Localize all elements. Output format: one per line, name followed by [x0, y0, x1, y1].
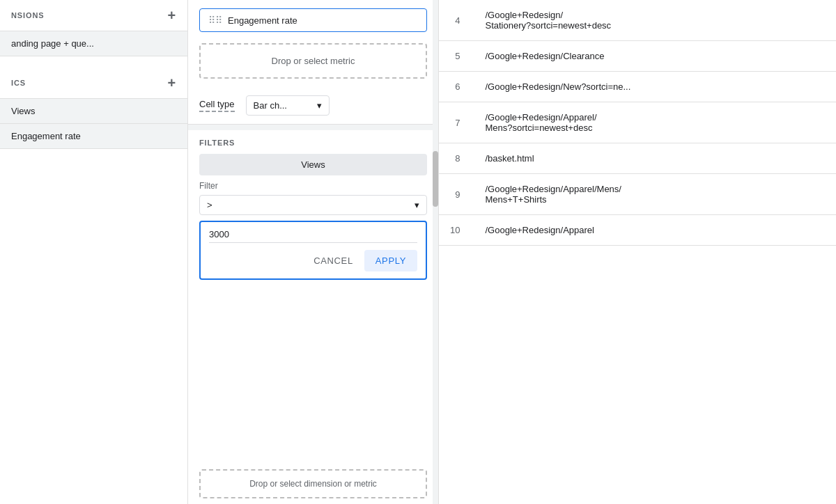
url-cell[interactable]: /Google+Redesign/Apparel/ Mens?sortci=ne…	[474, 102, 836, 143]
metrics-label: ICS	[11, 79, 26, 87]
section-divider	[188, 125, 438, 130]
row-number: 7	[439, 102, 474, 143]
filter-label: Filter	[199, 181, 427, 191]
filter-actions: CANCEL APPLY	[209, 250, 417, 271]
sidebar-item-engagement-rate[interactable]: Engagement rate	[0, 124, 187, 149]
filter-value-input[interactable]	[209, 229, 417, 243]
cell-type-value: Bar ch...	[254, 100, 287, 111]
table-row: 7/Google+Redesign/Apparel/ Mens?sortci=n…	[439, 102, 836, 143]
row-number: 6	[439, 72, 474, 102]
cell-type-row: Cell type Bar ch... ▾	[188, 87, 438, 125]
cell-type-select[interactable]: Bar ch... ▾	[246, 95, 330, 116]
row-number: 9	[439, 174, 474, 215]
url-cell[interactable]: /Google+Redesign/New?sortci=ne...	[474, 72, 836, 102]
scrollbar-thumb[interactable]	[433, 151, 438, 207]
left-sidebar: NSIONS + anding page + que... ICS + View…	[0, 0, 188, 504]
drop-dimension-label: Drop or select dimension or metric	[249, 479, 377, 489]
views-filter-tag[interactable]: Views	[199, 154, 427, 175]
dimensions-add-icon[interactable]: +	[167, 8, 176, 22]
table-row: 9/Google+Redesign/Apparel/Mens/ Mens+T+S…	[439, 174, 836, 215]
table-row: 4/Google+Redesign/ Stationery?sortci=new…	[439, 0, 836, 41]
metric-drop-zone[interactable]: Drop or select metric	[199, 43, 427, 79]
url-cell[interactable]: /Google+Redesign/Apparel	[474, 215, 836, 246]
url-cell[interactable]: /Google+Redesign/Apparel/Mens/ Mens+T+Sh…	[474, 174, 836, 215]
cell-type-chevron-icon: ▾	[317, 100, 322, 111]
metric-drop-label: Drop or select metric	[272, 56, 355, 66]
filters-section: FILTERS Views Filter > ▾ CANCEL APPLY	[188, 130, 438, 464]
cell-type-label: Cell type	[199, 99, 235, 112]
drag-handle-icon: ⠿⠿	[208, 15, 222, 26]
right-panel: 4/Google+Redesign/ Stationery?sortci=new…	[439, 0, 836, 504]
dimensions-section-header: NSIONS +	[0, 0, 187, 31]
cancel-button[interactable]: CANCEL	[305, 250, 362, 271]
engagement-rate-bar[interactable]: ⠿⠿ Engagement rate	[199, 8, 427, 32]
url-cell[interactable]: /basket.html	[474, 143, 836, 174]
dimensions-label: NSIONS	[11, 11, 44, 19]
table-row: 8/basket.html	[439, 143, 836, 174]
table-row: 6/Google+Redesign/New?sortci=ne...	[439, 72, 836, 102]
drop-dimension-zone[interactable]: Drop or select dimension or metric	[199, 469, 427, 498]
filter-value-box: CANCEL APPLY	[199, 221, 427, 280]
sidebar-item-landing-page[interactable]: anding page + que...	[0, 31, 187, 56]
url-cell[interactable]: /Google+Redesign/Clearance	[474, 41, 836, 72]
engagement-rate-label: Engagement rate	[228, 15, 297, 26]
sidebar-item-views[interactable]: Views	[0, 99, 187, 124]
metrics-add-icon[interactable]: +	[167, 76, 176, 90]
filter-operator-value: >	[207, 200, 212, 210]
scrollbar-track	[433, 0, 438, 504]
metrics-section-header: ICS +	[0, 68, 187, 99]
row-number: 8	[439, 143, 474, 174]
apply-button[interactable]: APPLY	[364, 250, 417, 271]
center-panel: ⠿⠿ Engagement rate Drop or select metric…	[188, 0, 439, 504]
filters-title: FILTERS	[199, 139, 427, 147]
filter-operator-chevron-icon: ▾	[415, 200, 419, 210]
row-number: 4	[439, 0, 474, 41]
table-row: 10/Google+Redesign/Apparel	[439, 215, 836, 246]
row-number: 10	[439, 215, 474, 246]
filter-operator-select[interactable]: > ▾	[199, 195, 427, 215]
table-row: 5/Google+Redesign/Clearance	[439, 41, 836, 72]
views-tag-label: Views	[301, 159, 325, 170]
row-number: 5	[439, 41, 474, 72]
data-table: 4/Google+Redesign/ Stationery?sortci=new…	[439, 0, 836, 246]
url-cell[interactable]: /Google+Redesign/ Stationery?sortci=newe…	[474, 0, 836, 41]
